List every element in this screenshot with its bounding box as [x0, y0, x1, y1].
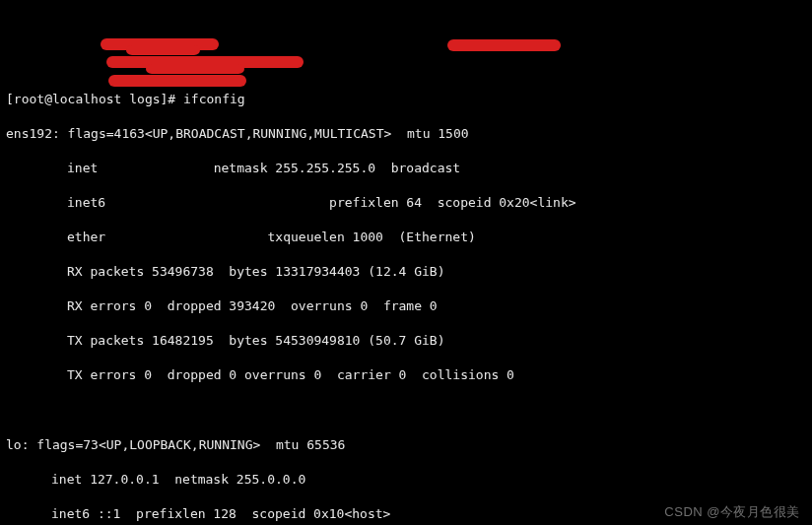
redaction-mark	[106, 56, 304, 68]
ens192-rx-errors: RX errors 0 dropped 393420 overruns 0 fr…	[6, 297, 806, 315]
lo-header: lo: flags=73<UP,LOOPBACK,RUNNING> mtu 65…	[6, 436, 806, 454]
terminal-output[interactable]: [root@localhost logs]# ifconfig ens192: …	[6, 73, 806, 525]
lo-inet6: inet6 ::1 prefixlen 128 scopeid 0x10<hos…	[6, 505, 806, 523]
command-text: ifconfig	[183, 92, 245, 106]
ens192-ether: ether txqueuelen 1000 (Ethernet)	[6, 229, 806, 246]
ens192-rx-packets: RX packets 53496738 bytes 13317934403 (1…	[6, 263, 806, 281]
ens192-header: ens192: flags=4163<UP,BROADCAST,RUNNING,…	[6, 125, 806, 143]
shell-prompt: [root@localhost logs]#	[6, 92, 183, 106]
ens192-tx-packets: TX packets 16482195 bytes 54530949810 (5…	[6, 332, 806, 350]
redaction-mark	[101, 38, 219, 50]
ens192-inet: inet netmask 255.255.255.0 broadcast	[6, 160, 806, 177]
redaction-mark	[126, 45, 200, 55]
ens192-tx-errors: TX errors 0 dropped 0 overruns 0 carrier…	[6, 366, 806, 384]
lo-inet: inet 127.0.0.1 netmask 255.0.0.0	[6, 471, 806, 489]
prompt-line[interactable]: [root@localhost logs]# ifconfig	[6, 91, 806, 108]
ens192-inet6: inet6 prefixlen 64 scopeid 0x20<link>	[6, 194, 806, 212]
blank-line	[6, 402, 806, 420]
redaction-mark	[447, 39, 561, 51]
